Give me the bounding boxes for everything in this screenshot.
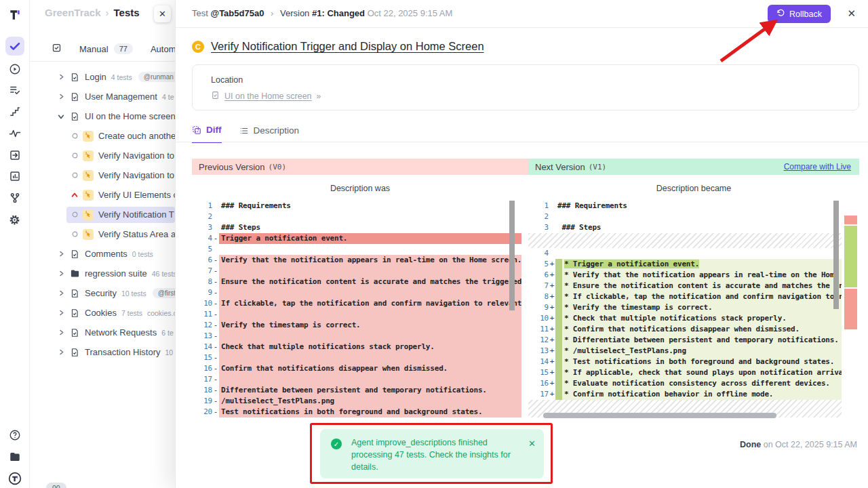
- compare-with-live-link[interactable]: Compare with Live: [784, 162, 851, 171]
- diff-line-prev-9: 9-: [192, 287, 521, 298]
- tree-item-label: Transaction History: [85, 347, 161, 357]
- chevron-up-red-icon[interactable]: [70, 192, 79, 199]
- status-circle-icon[interactable]: [70, 231, 79, 237]
- location-more-chevron[interactable]: »: [317, 92, 321, 101]
- diff-line-text: * If applicable, check that sound plays …: [562, 367, 842, 378]
- chevron-right-icon[interactable]: [56, 251, 66, 257]
- tree-item-ui-on-the-home-screen[interactable]: UI on the Home screen: [30, 106, 175, 126]
- chevron-right-icon[interactable]: [56, 290, 66, 296]
- settings-gear-icon[interactable]: [5, 210, 24, 229]
- status-circle-icon[interactable]: [70, 152, 79, 159]
- help-icon[interactable]: [5, 426, 24, 445]
- diff-sign: [549, 248, 555, 259]
- rollback-button[interactable]: Rollback: [768, 5, 831, 23]
- chart-icon[interactable]: [5, 167, 24, 186]
- diff-pane-previous: 1### Requirements23### Steps4-Trigger a …: [192, 201, 521, 422]
- activity-pulse-icon[interactable]: [5, 124, 24, 143]
- diff-line-prev-8: 8-Ensure the notification content is acc…: [192, 277, 521, 287]
- diff-sign: [549, 201, 555, 211]
- added-gutter: [555, 324, 562, 335]
- next-version-bar: Next Version(V1) Compare with Live: [528, 159, 859, 175]
- tab-manual[interactable]: Manual: [79, 44, 108, 54]
- tree-item-count: 6 te: [161, 329, 174, 337]
- chevron-right-icon[interactable]: [56, 310, 66, 316]
- tree-item-user-management[interactable]: User Management4 te: [30, 87, 175, 106]
- diff-line-prev-4: 4-Trigger a notification event.: [192, 233, 521, 244]
- modal-close-button[interactable]: ✕: [847, 7, 856, 20]
- tree-item-comments[interactable]: Comments0 tests: [30, 244, 175, 264]
- status-circle-icon[interactable]: [70, 133, 79, 139]
- app-logo-icon[interactable]: [5, 5, 24, 24]
- minimap-removed-marker: [844, 289, 857, 329]
- chevron-right-icon[interactable]: [56, 329, 66, 336]
- version-diff-modal: Test @Tab5d75a0 › Version #1: Changed Oc…: [175, 0, 868, 488]
- panel-close-button[interactable]: ✕: [154, 5, 171, 22]
- tree-item-transaction-history[interactable]: Transaction History10: [30, 342, 175, 362]
- breadcrumb-page[interactable]: Tests: [114, 7, 140, 18]
- diff-line-text: [219, 374, 521, 385]
- avatar[interactable]: [5, 469, 24, 488]
- added-gutter: [555, 291, 562, 302]
- line-number: 18: [192, 385, 212, 396]
- tree-item-verify-notification-t[interactable]: Verify Notification T: [30, 205, 175, 224]
- suite-doc-icon: [68, 289, 81, 298]
- folder-icon[interactable]: [5, 447, 24, 466]
- location-link[interactable]: UI on the Home screen: [224, 92, 312, 101]
- diff-sign: -: [212, 396, 219, 407]
- tree-item-label: User Management: [85, 92, 157, 102]
- chevron-down-icon[interactable]: [56, 113, 66, 120]
- tab-diff[interactable]: Diff: [192, 125, 222, 143]
- diff-line-text: Check that multiple notifications stack …: [219, 342, 521, 352]
- modal-footer-status: Done on Oct 22, 2025 9:15 AM: [740, 440, 857, 449]
- status-circle-icon[interactable]: [70, 211, 79, 218]
- tab-automated[interactable]: Automated: [151, 44, 175, 54]
- modal-header: Test @Tab5d75a0 › Version #1: Changed Oc…: [176, 0, 868, 28]
- tree-item-count: 10 tests: [121, 289, 146, 298]
- chevron-right-icon[interactable]: [56, 94, 66, 100]
- diff-line-text: Test notifications in both foreground an…: [219, 407, 521, 418]
- status-circle-icon[interactable]: [70, 172, 79, 178]
- tree-item-network-requests[interactable]: Network Requests6 te: [30, 323, 175, 342]
- tree-item-security[interactable]: Security10 tests@first: [30, 283, 175, 303]
- tree-item-cookies[interactable]: Cookies7 testscookies.c: [30, 303, 175, 323]
- diff-line-prev-10: 10-If clickable, tap the notification an…: [192, 298, 521, 309]
- chevron-right-icon[interactable]: [56, 270, 66, 277]
- tree-item-login[interactable]: Login4 tests@runman: [30, 67, 175, 87]
- diff-line-next-6: 6+* Verify that the notification appears…: [528, 270, 842, 281]
- chevron-right-icon[interactable]: [56, 74, 66, 80]
- line-number: 17: [192, 374, 212, 385]
- tree-item-label: Cookies: [85, 308, 117, 318]
- left-pane-scrollbar[interactable]: [509, 201, 515, 310]
- tree-item-extra: cookies.c: [147, 309, 175, 317]
- diff-line-next-10: 10+* Check that multiple notifications s…: [528, 313, 842, 324]
- tree-item-create-ouch-anothe[interactable]: Create ouch anothe: [30, 126, 175, 146]
- right-pane-scrollbar[interactable]: [833, 201, 839, 309]
- list-check-icon[interactable]: [5, 81, 24, 100]
- tab-description[interactable]: Description: [239, 125, 300, 142]
- toast-close-button[interactable]: ✕: [528, 439, 536, 479]
- divider: [30, 61, 175, 62]
- tests-tree-panel: GreenTrack›Tests ✕ Manual 77 Automated L…: [30, 0, 175, 488]
- line-number: 5: [192, 244, 212, 255]
- diff-line-text: ### Steps: [555, 222, 842, 233]
- tree-item-verify-status-area-a[interactable]: Verify Status Area a: [30, 224, 175, 244]
- breadcrumb-app[interactable]: GreenTrack: [45, 7, 101, 18]
- diff-minimap: [844, 201, 857, 422]
- diff-line-prev-15: 15-: [192, 352, 521, 363]
- horizontal-scrollbar[interactable]: [543, 413, 776, 418]
- steps-icon[interactable]: [5, 102, 24, 121]
- toast-message: Agent improve_descriptions finished proc…: [351, 437, 513, 479]
- tree-item-verify-navigation-to[interactable]: Verify Navigation to: [30, 146, 175, 165]
- tree-item-verify-navigation-to[interactable]: Verify Navigation to: [30, 165, 175, 185]
- tree-item-label: Login: [85, 72, 106, 82]
- inbox-import-icon[interactable]: [5, 146, 24, 165]
- chevron-right-icon[interactable]: [56, 349, 66, 355]
- diff-line-prev-18: 18-Differentiate between persistent and …: [192, 385, 521, 396]
- added-gutter: [555, 378, 562, 389]
- diff-line-next-11: 11+* Confirm that notifications disappea…: [528, 324, 842, 335]
- tests-check-icon[interactable]: [5, 37, 24, 56]
- tree-item-regression-suite[interactable]: regression suite46 tests: [30, 264, 175, 283]
- git-branch-icon[interactable]: [5, 188, 24, 207]
- tree-item-verify-ui-elements-o[interactable]: Verify UI Elements o: [30, 185, 175, 205]
- runs-play-icon[interactable]: [5, 60, 24, 79]
